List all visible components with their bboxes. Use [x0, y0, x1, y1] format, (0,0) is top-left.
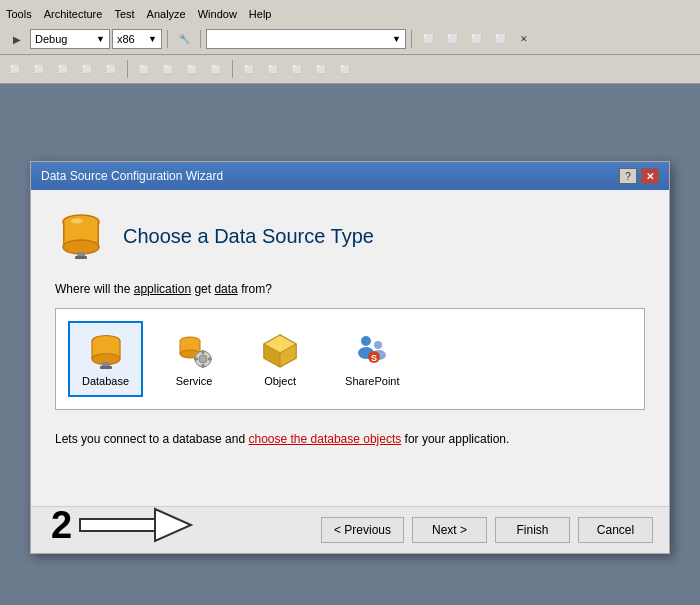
svg-marker-37 — [155, 509, 191, 541]
options-area: Database — [55, 308, 645, 410]
toolbar2-btn-11[interactable]: ⬜ — [262, 58, 284, 80]
svg-rect-22 — [202, 350, 205, 354]
toolbar-icon-2[interactable]: ⬜ — [441, 28, 463, 50]
toolbar2-btn-4[interactable]: ⬜ — [76, 58, 98, 80]
dialog-titlebar: Data Source Configuration Wizard ? ✕ — [31, 162, 669, 190]
toolbar2-btn-5[interactable]: ⬜ — [100, 58, 122, 80]
dialog-title: Data Source Configuration Wizard — [41, 169, 223, 183]
toolbar2-btn-10[interactable]: ⬜ — [238, 58, 260, 80]
close-button[interactable]: ✕ — [641, 168, 659, 184]
cancel-button[interactable]: Cancel — [578, 517, 653, 543]
svg-point-21 — [199, 355, 207, 363]
annotation-arrow — [76, 503, 196, 547]
toolbar-icon-5[interactable]: ✕ — [513, 28, 535, 50]
sharepoint-option-icon: S — [352, 331, 392, 371]
debug-dropdown[interactable]: Debug ▼ — [30, 29, 110, 49]
sep-tb2 — [127, 60, 128, 78]
svg-rect-14 — [100, 366, 112, 369]
dialog-body: Choose a Data Source Type Where will the… — [31, 190, 669, 506]
svg-point-2 — [63, 240, 99, 254]
platform-dropdown[interactable]: x86 ▼ — [112, 29, 162, 49]
tools-menu[interactable]: Tools — [6, 8, 32, 20]
toolbar2-btn-2[interactable]: ⬜ — [28, 58, 50, 80]
option-service[interactable]: Service — [159, 321, 229, 397]
platform-chevron: ▼ — [148, 34, 157, 44]
toolbar2-btn-13[interactable]: ⬜ — [310, 58, 332, 80]
sep-tb2-2 — [232, 60, 233, 78]
database-header-icon — [55, 210, 107, 262]
toolbar-icon-3[interactable]: ⬜ — [465, 28, 487, 50]
toolbar-btn-2[interactable]: 🔧 — [173, 28, 195, 50]
svg-rect-4 — [98, 222, 100, 247]
service-option-icon — [174, 331, 214, 371]
database-label: Database — [82, 375, 129, 387]
toolbar2-btn-8[interactable]: ⬜ — [181, 58, 203, 80]
toolbar2-btn-6[interactable]: ⬜ — [133, 58, 155, 80]
wide-chevron: ▼ — [392, 34, 401, 44]
option-object[interactable]: Object — [245, 321, 315, 397]
debug-chevron: ▼ — [96, 34, 105, 44]
svg-rect-25 — [208, 358, 212, 361]
test-menu[interactable]: Test — [114, 8, 134, 20]
toolbar2-btn-9[interactable]: ⬜ — [205, 58, 227, 80]
toolbar-area: Tools Architecture Test Analyze Window H… — [0, 0, 700, 55]
menu-bar: Tools Architecture Test Analyze Window H… — [6, 8, 271, 20]
next-button[interactable]: Next > — [412, 517, 487, 543]
architecture-menu[interactable]: Architecture — [44, 8, 103, 20]
window-menu[interactable]: Window — [198, 8, 237, 20]
svg-rect-36 — [80, 519, 155, 531]
svg-rect-3 — [63, 222, 65, 247]
toolbar-btn-1[interactable]: ▶ — [6, 28, 28, 50]
question-text: Where will the application get data from… — [55, 282, 645, 296]
option-database[interactable]: Database — [68, 321, 143, 397]
toolbar2-btn-3[interactable]: ⬜ — [52, 58, 74, 80]
object-label: Object — [264, 375, 296, 387]
toolbar-row2: ▶ Debug ▼ x86 ▼ 🔧 ▼ ⬜ ⬜ ⬜ ⬜ ✕ — [4, 26, 696, 52]
database-option-icon — [86, 331, 126, 371]
svg-point-5 — [71, 219, 83, 224]
dialog: Data Source Configuration Wizard ? ✕ — [30, 161, 670, 554]
toolbar-icon-4[interactable]: ⬜ — [489, 28, 511, 50]
help-menu[interactable]: Help — [249, 8, 272, 20]
dialog-header: Choose a Data Source Type — [55, 210, 645, 262]
description-highlight-1: choose the database objects — [248, 432, 401, 446]
debug-label: Debug — [35, 33, 67, 45]
object-option-icon — [260, 331, 300, 371]
toolbar2-btn-7[interactable]: ⬜ — [157, 58, 179, 80]
toolbar-area-secondary: ⬜ ⬜ ⬜ ⬜ ⬜ ⬜ ⬜ ⬜ ⬜ ⬜ ⬜ ⬜ ⬜ ⬜ — [0, 55, 700, 84]
toolbar2-btn-14[interactable]: ⬜ — [334, 58, 356, 80]
toolbar2-btn-1[interactable]: ⬜ — [4, 58, 26, 80]
titlebar-buttons: ? ✕ — [619, 168, 659, 184]
sharepoint-label: SharePoint — [345, 375, 399, 387]
main-area: Data Source Configuration Wizard ? ✕ — [0, 84, 700, 605]
platform-label: x86 — [117, 33, 135, 45]
svg-point-30 — [361, 336, 371, 346]
analyze-menu[interactable]: Analyze — [147, 8, 186, 20]
service-label: Service — [176, 375, 213, 387]
toolbar-icon-1[interactable]: ⬜ — [417, 28, 439, 50]
separator-1 — [167, 30, 168, 48]
svg-rect-24 — [194, 358, 198, 361]
wide-dropdown[interactable]: ▼ — [206, 29, 406, 49]
svg-rect-23 — [202, 364, 205, 368]
dialog-heading: Choose a Data Source Type — [123, 225, 374, 248]
svg-text:S: S — [371, 353, 377, 363]
dialog-footer: 2 < Previous Next > Finish Cancel — [31, 506, 669, 553]
toolbar2-btn-12[interactable]: ⬜ — [286, 58, 308, 80]
help-button[interactable]: ? — [619, 168, 637, 184]
finish-button[interactable]: Finish — [495, 517, 570, 543]
separator-2 — [200, 30, 201, 48]
toolbar-row1: Tools Architecture Test Analyze Window H… — [4, 2, 696, 26]
svg-point-32 — [374, 341, 382, 349]
separator-3 — [411, 30, 412, 48]
option-sharepoint[interactable]: S SharePoint — [331, 321, 413, 397]
previous-button[interactable]: < Previous — [321, 517, 404, 543]
svg-rect-7 — [75, 256, 87, 259]
annotation-number: 2 — [51, 506, 72, 544]
description-text: Lets you connect to a database and choos… — [55, 426, 645, 486]
